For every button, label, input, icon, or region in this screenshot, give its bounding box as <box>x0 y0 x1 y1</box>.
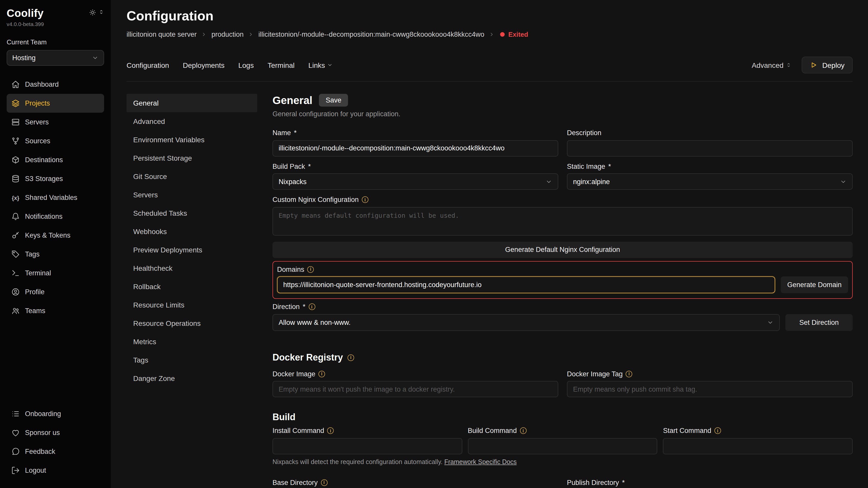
tab-deployments[interactable]: Deployments <box>183 61 224 69</box>
tab-configuration[interactable]: Configuration <box>127 61 169 69</box>
subnav-item-resource-limits[interactable]: Resource Limits <box>127 296 257 314</box>
sidebar-item-profile[interactable]: Profile <box>7 283 104 301</box>
static-image-label: Static Image <box>567 162 605 170</box>
generate-domain-button[interactable]: Generate Domain <box>781 276 848 293</box>
tab-logs[interactable]: Logs <box>238 61 254 69</box>
sidebar-item-shared-variables[interactable]: Shared Variables <box>7 188 104 207</box>
docker-image-tag-input[interactable] <box>567 381 853 397</box>
save-button[interactable]: Save <box>319 94 348 106</box>
docker-image-input[interactable] <box>273 381 558 397</box>
info-icon <box>307 266 314 273</box>
theme-sun-icon[interactable] <box>89 9 96 16</box>
chat-icon <box>11 447 20 456</box>
chevron-right-icon <box>201 32 207 37</box>
tab-terminal[interactable]: Terminal <box>268 61 295 69</box>
subnav-item-webhooks[interactable]: Webhooks <box>127 222 257 241</box>
subnav-item-scheduled-tasks[interactable]: Scheduled Tasks <box>127 204 257 222</box>
nginx-config-textarea[interactable] <box>273 207 853 235</box>
sidebar-item-tags[interactable]: Tags <box>7 245 104 264</box>
domains-input[interactable] <box>277 276 775 293</box>
framework-docs-link[interactable]: Framework Specific Docs <box>444 458 517 465</box>
section-title-build: Build <box>273 412 296 423</box>
info-icon <box>318 371 325 377</box>
logout-icon <box>11 466 20 475</box>
breadcrumb-environment[interactable]: production <box>212 31 244 38</box>
sidebar-item-terminal[interactable]: Terminal <box>7 264 104 283</box>
sidebar-item-sponsor-us[interactable]: Sponsor us <box>7 423 104 442</box>
info-icon <box>362 197 368 203</box>
required-mark: * <box>294 129 297 137</box>
status-label: Exited <box>508 31 528 38</box>
required-mark: * <box>622 479 625 486</box>
build-pack-select[interactable]: Nixpacks <box>273 173 558 190</box>
advanced-selector[interactable]: Advanced <box>752 61 792 69</box>
main-content: Configuration illicitonion quote server … <box>111 0 868 488</box>
sidebar-item-label: Keys & Tokens <box>25 231 70 239</box>
sidebar-item-projects[interactable]: Projects <box>7 94 104 113</box>
subnav-item-resource-operations[interactable]: Resource Operations <box>127 314 257 332</box>
team-select[interactable]: Hosting <box>7 50 104 66</box>
sidebar-item-destinations[interactable]: Destinations <box>7 151 104 169</box>
subnav-item-danger-zone[interactable]: Danger Zone <box>127 369 257 388</box>
sidebar-item-feedback[interactable]: Feedback <box>7 442 104 461</box>
heart-icon <box>11 428 20 437</box>
variable-icon <box>11 193 20 202</box>
start-command-input[interactable] <box>663 438 853 454</box>
sidebar-item-keys-tokens[interactable]: Keys & Tokens <box>7 226 104 245</box>
sidebar-item-dashboard[interactable]: Dashboard <box>7 75 104 94</box>
breadcrumb-application[interactable]: illicitestonion/-module--decomposition:m… <box>258 31 484 38</box>
subnav-item-preview-deployments[interactable]: Preview Deployments <box>127 241 257 259</box>
sidebar-item-label: Notifications <box>25 213 63 220</box>
static-image-value: nginx:alpine <box>573 178 610 185</box>
publish-directory-field-group: Publish Directory * <box>567 479 853 488</box>
sidebar-item-servers[interactable]: Servers <box>7 113 104 132</box>
sidebar-item-sources[interactable]: Sources <box>7 132 104 151</box>
sidebar-item-teams[interactable]: Teams <box>7 301 104 320</box>
deploy-button[interactable]: Deploy <box>802 57 853 73</box>
sort-arrows-icon <box>786 62 792 68</box>
build-command-input[interactable] <box>468 438 657 454</box>
build-note: Nixpacks will detect the required config… <box>273 458 853 465</box>
static-image-select[interactable]: nginx:alpine <box>567 173 853 190</box>
sidebar-item-s3-storages[interactable]: S3 Storages <box>7 169 104 188</box>
breadcrumb-project[interactable]: illicitonion quote server <box>127 31 197 38</box>
sidebar-item-onboarding[interactable]: Onboarding <box>7 404 104 423</box>
subnav-item-healthcheck[interactable]: Healthcheck <box>127 259 257 278</box>
subnav-item-metrics[interactable]: Metrics <box>127 332 257 351</box>
tab-links[interactable]: Links <box>308 61 333 69</box>
name-input[interactable] <box>273 140 558 156</box>
sidebar-item-label: Sponsor us <box>25 429 60 436</box>
database-icon <box>11 174 20 183</box>
sidebar-item-notifications[interactable]: Notifications <box>7 207 104 226</box>
status-badge: Exited <box>500 31 528 38</box>
sidebar-item-logout[interactable]: Logout <box>7 461 104 480</box>
terminal-icon <box>11 269 20 278</box>
theme-selector-icon[interactable] <box>98 9 104 15</box>
build-pack-field-group: Build Pack * Nixpacks <box>273 162 558 190</box>
info-icon <box>520 428 526 434</box>
set-direction-button[interactable]: Set Direction <box>785 314 853 331</box>
bell-icon <box>11 212 20 221</box>
generate-nginx-config-button[interactable]: Generate Default Nginx Configuration <box>273 241 853 258</box>
sidebar-item-label: Teams <box>25 307 45 315</box>
play-icon <box>810 61 818 69</box>
docker-image-label: Docker Image <box>273 370 315 378</box>
subnav-item-servers[interactable]: Servers <box>127 186 257 204</box>
info-icon <box>347 354 354 361</box>
info-icon <box>714 428 721 434</box>
subnav-item-environment-variables[interactable]: Environment Variables <box>127 131 257 149</box>
page-title: Configuration <box>127 8 853 24</box>
subnav-item-tags[interactable]: Tags <box>127 351 257 369</box>
direction-select[interactable]: Allow www & non-www. <box>273 314 780 331</box>
git-branch-icon <box>11 137 20 145</box>
description-input[interactable] <box>567 140 853 156</box>
subnav-item-rollback[interactable]: Rollback <box>127 278 257 296</box>
subnav-item-general[interactable]: General <box>127 94 257 112</box>
subnav-item-git-source[interactable]: Git Source <box>127 167 257 186</box>
install-command-input[interactable] <box>273 438 462 454</box>
sidebar-item-label: Feedback <box>25 448 55 455</box>
docker-image-tag-label: Docker Image Tag <box>567 370 623 378</box>
name-field-group: Name * <box>273 129 558 156</box>
subnav-item-persistent-storage[interactable]: Persistent Storage <box>127 149 257 167</box>
subnav-item-advanced[interactable]: Advanced <box>127 112 257 131</box>
